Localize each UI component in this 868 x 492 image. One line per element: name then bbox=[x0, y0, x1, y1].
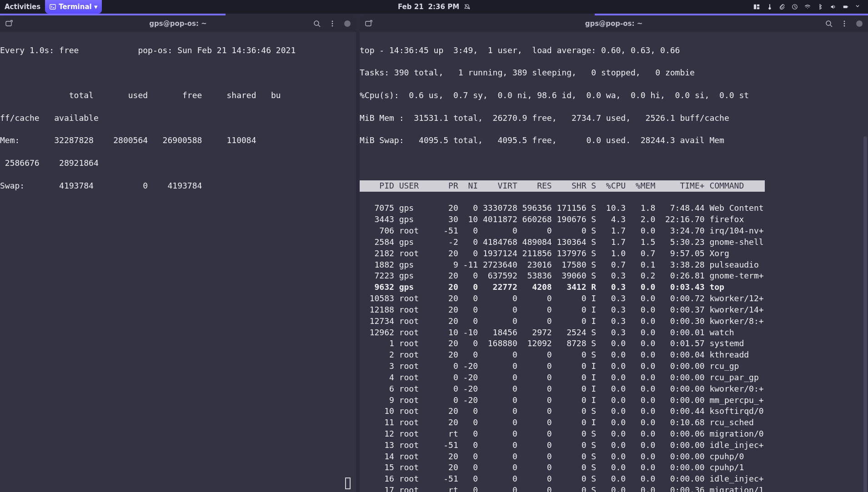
search-icon[interactable] bbox=[313, 20, 321, 27]
svg-rect-3 bbox=[757, 7, 759, 9]
process-row: 1882 gps 9 -11 2723640 23016 17580 S 0.7… bbox=[360, 259, 868, 271]
top-summary-line: top - 14:36:45 up 3:49, 1 user, load ave… bbox=[360, 45, 868, 56]
battery-icon[interactable] bbox=[843, 4, 849, 10]
top-summary-line: Tasks: 390 total, 1 running, 389 sleepin… bbox=[360, 67, 868, 79]
process-row: 12734 root 20 0 0 0 0 I 0.3 0.0 0:00.30 … bbox=[360, 316, 868, 327]
svg-rect-0 bbox=[50, 5, 55, 10]
tiling-icon[interactable] bbox=[753, 4, 760, 10]
left-window-title: gps@pop-os: ~ bbox=[149, 20, 206, 28]
clock-area[interactable]: Feb 21 2:36 PM bbox=[398, 0, 470, 14]
free-mem-row2: 2586676 28921864 bbox=[0, 158, 356, 169]
svg-point-15 bbox=[844, 23, 845, 25]
free-header: total used free shared bu bbox=[0, 90, 356, 101]
svg-point-11 bbox=[332, 25, 333, 27]
process-row: 15 root 20 0 0 0 0 S 0.0 0.0 0:00.00 cpu… bbox=[360, 462, 868, 473]
top-summary-line: MiB Mem : 31531.1 total, 26270.9 free, 2… bbox=[360, 113, 868, 124]
activities-button[interactable]: Activities bbox=[0, 0, 45, 14]
process-row: 16 root -51 0 0 0 0 S 0.0 0.0 0:00.00 id… bbox=[360, 473, 868, 485]
volume-icon[interactable] bbox=[830, 4, 836, 10]
new-tab-icon[interactable] bbox=[365, 20, 372, 27]
process-row: 12188 root 20 0 0 0 0 I 0.3 0.0 0:00.37 … bbox=[360, 304, 868, 316]
svg-rect-5 bbox=[843, 5, 848, 8]
close-window-icon[interactable] bbox=[344, 20, 351, 27]
process-row: 6 root 0 -20 0 0 0 I 0.0 0.0 0:00.00 kwo… bbox=[360, 383, 868, 395]
process-row: 14 root 20 0 0 0 0 S 0.0 0.0 0:00.00 cpu… bbox=[360, 451, 868, 462]
process-row: 10583 root 20 0 0 0 0 I 0.3 0.0 0:00.72 … bbox=[360, 293, 868, 304]
svg-point-8 bbox=[314, 21, 319, 25]
hamburger-menu-icon[interactable] bbox=[841, 20, 848, 27]
workspace: gps@pop-os: ~ Every 1.0s: free pop-os: S… bbox=[0, 15, 868, 492]
updates-icon[interactable] bbox=[792, 4, 798, 10]
process-row: 4 root 0 -20 0 0 0 I 0.0 0.0 0:00.00 rcu… bbox=[360, 372, 868, 383]
process-table-header: PID USER PR NI VIRT RES SHR S %CPU %MEM … bbox=[360, 180, 868, 192]
temperature-icon[interactable] bbox=[766, 4, 773, 10]
svg-rect-2 bbox=[757, 5, 759, 6]
topbar-date: Feb 21 bbox=[398, 3, 424, 11]
hamburger-menu-icon[interactable] bbox=[329, 20, 336, 27]
scrollbar[interactable] bbox=[863, 136, 867, 492]
right-window-title: gps@pop-os: ~ bbox=[585, 20, 642, 28]
process-row: 3 root 0 -20 0 0 0 I 0.0 0.0 0:00.00 rcu… bbox=[360, 361, 868, 372]
svg-rect-12 bbox=[366, 21, 371, 26]
top-summary-line: %Cpu(s): 0.6 us, 0.7 sy, 0.0 ni, 98.6 id… bbox=[360, 90, 868, 101]
process-row: 2584 gps -2 0 4184768 489084 130364 S 1.… bbox=[360, 237, 868, 248]
svg-point-10 bbox=[332, 23, 333, 25]
process-row: 7075 gps 20 0 3330728 596356 171156 S 10… bbox=[360, 203, 868, 214]
process-row: 2 root 20 0 0 0 0 S 0.0 0.0 0:00.04 kthr… bbox=[360, 349, 868, 361]
active-app-label: Terminal ▾ bbox=[59, 3, 97, 11]
svg-point-9 bbox=[332, 21, 333, 22]
close-window-icon[interactable] bbox=[856, 20, 863, 27]
free-header2: ff/cache available bbox=[0, 113, 356, 124]
left-titlebar[interactable]: gps@pop-os: ~ bbox=[0, 15, 356, 32]
top-summary-line: MiB Swap: 4095.5 total, 4095.5 free, 0.0… bbox=[360, 135, 868, 146]
terminal-icon bbox=[50, 4, 56, 10]
system-tray[interactable] bbox=[753, 0, 868, 14]
process-row: 13 root -51 0 0 0 0 S 0.0 0.0 0:00.00 id… bbox=[360, 440, 868, 451]
terminal-cursor bbox=[345, 477, 351, 489]
process-row: 1 root 20 0 168880 12092 8728 S 0.0 0.0 … bbox=[360, 338, 868, 349]
svg-rect-1 bbox=[754, 5, 756, 10]
process-row: 11 root 20 0 0 0 0 I 0.0 0.0 0:10.68 rcu… bbox=[360, 417, 868, 428]
terminal-pane-left[interactable]: gps@pop-os: ~ Every 1.0s: free pop-os: S… bbox=[0, 15, 356, 492]
left-terminal-body[interactable]: Every 1.0s: free pop-os: Sun Feb 21 14:3… bbox=[0, 32, 356, 492]
svg-point-16 bbox=[844, 25, 845, 27]
svg-point-14 bbox=[844, 21, 845, 22]
watch-header-line: Every 1.0s: free pop-os: Sun Feb 21 14:3… bbox=[0, 45, 356, 56]
process-row: 3443 gps 30 10 4011872 660268 190676 S 4… bbox=[360, 214, 868, 225]
right-terminal-body[interactable]: top - 14:36:45 up 3:49, 1 user, load ave… bbox=[360, 32, 868, 492]
new-tab-icon[interactable] bbox=[5, 20, 13, 27]
active-app-menu[interactable]: Terminal ▾ bbox=[45, 0, 102, 14]
chevron-down-icon[interactable] bbox=[855, 4, 862, 10]
svg-rect-6 bbox=[848, 6, 848, 7]
system-topbar: Activities Terminal ▾ Feb 21 2:36 PM bbox=[0, 0, 868, 14]
right-titlebar[interactable]: gps@pop-os: ~ bbox=[360, 15, 868, 32]
process-row: 10 root 20 0 0 0 0 S 0.0 0.0 0:00.44 kso… bbox=[360, 406, 868, 417]
process-row: 706 root -51 0 0 0 0 S 1.7 0.0 3:24.70 i… bbox=[360, 225, 868, 237]
process-row: 12 root rt 0 0 0 0 S 0.0 0.0 0:00.06 mig… bbox=[360, 428, 868, 440]
process-row: 17 root rt 0 0 0 0 S 0.0 0.0 0:00.36 mig… bbox=[360, 485, 868, 492]
svg-point-13 bbox=[826, 21, 831, 25]
svg-rect-7 bbox=[6, 21, 11, 26]
search-icon[interactable] bbox=[825, 20, 833, 27]
wifi-icon[interactable] bbox=[804, 4, 811, 10]
attachment-icon[interactable] bbox=[779, 4, 785, 10]
process-row: 2182 root 20 0 1937124 211856 137976 S 1… bbox=[360, 248, 868, 259]
bluetooth-icon[interactable] bbox=[817, 4, 823, 10]
free-swap-row: Swap: 4193784 0 4193784 bbox=[0, 180, 356, 192]
free-mem-row: Mem: 32287828 2800564 26900588 110084 bbox=[0, 135, 356, 146]
process-row: 12962 root 10 -10 18456 2972 2524 S 0.3 … bbox=[360, 327, 868, 338]
process-row: 7223 gps 20 0 637592 53836 39060 S 0.3 0… bbox=[360, 270, 868, 282]
process-row: 9 root 0 -20 0 0 0 I 0.0 0.0 0:00.00 mm_… bbox=[360, 395, 868, 406]
terminal-pane-right[interactable]: gps@pop-os: ~ top - 14:36:45 up 3:49, 1 … bbox=[360, 15, 868, 492]
process-row: 9632 gps 20 0 22772 4208 3412 R 0.3 0.0 … bbox=[360, 282, 868, 293]
notifications-muted-icon bbox=[464, 4, 470, 10]
topbar-time: 2:36 PM bbox=[428, 3, 459, 11]
